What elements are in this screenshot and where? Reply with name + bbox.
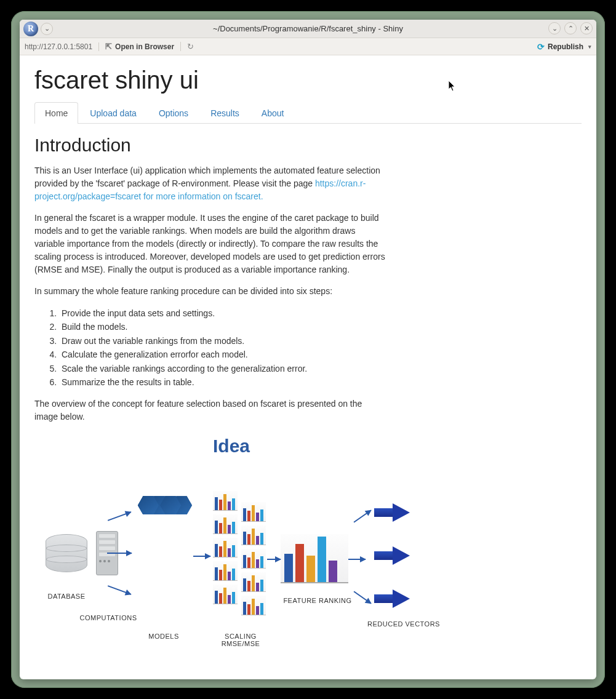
label-reduced-vectors: REDUCED VECTORS [354,620,453,628]
database-icon [46,534,87,572]
arrow-icon [348,559,366,560]
sync-icon: ⟳ [537,42,545,52]
tab-results[interactable]: Results [200,102,250,124]
tab-upload-data[interactable]: Upload data [79,102,147,124]
scaling-charts-col2-icon [241,502,266,619]
arrow-icon [354,510,372,523]
app-window: R ⌄ ~/Documents/Programowanie/R/fscaret_… [20,20,596,679]
arrow-icon [267,559,281,560]
minimize-button[interactable]: ⌄ [548,22,561,34]
list-item: Provide the input data sets and settings… [59,306,582,320]
intro-p2: In general the fscaret is a wrapper modu… [34,212,385,276]
open-in-browser-label: Open in Browser [115,42,174,51]
label-models: MODELS [139,633,188,640]
window-title: ~/Documents/Programowanie/R/fscaret_shin… [20,24,596,33]
popout-icon: ⇱ [105,42,112,51]
models-icon [132,496,199,617]
republish-button[interactable]: ⟳ Republish ▾ [537,42,591,52]
tab-bar: Home Upload data Options Results About [34,102,582,124]
label-computations: COMPUTATIONS [78,614,139,621]
maximize-button[interactable]: ⌃ [564,22,577,34]
list-item: Calculate the generalization errorfor ea… [59,348,582,361]
arrow-icon [193,556,210,557]
chevron-down-icon: ⌄ [44,25,50,33]
toolbar: http://127.0.0.1:5801 ⇱ Open in Browser … [20,38,596,55]
caret-down-icon: ▾ [588,44,591,50]
tab-home[interactable]: Home [34,102,78,124]
close-button[interactable]: ✕ [580,22,593,34]
arrow-icon [108,586,131,596]
intro-p4: The overview of the concept for feature … [34,397,385,423]
intro-p3: In summary the whole feature ranking pro… [34,285,385,298]
list-item: Scale the variable rankings according to… [59,362,582,375]
scaling-charts-col1-icon [213,491,238,608]
r-logo-icon: R [23,22,38,36]
chevron-down-icon: ⌄ [552,25,558,33]
feature-ranking-icon [281,534,348,583]
label-database: DATABASE [46,593,87,600]
open-in-browser-button[interactable]: ⇱ Open in Browser [105,42,181,51]
tab-about[interactable]: About [251,102,295,124]
intro-heading: Introduction [34,135,582,156]
label-feature-ranking: FEATURE RANKING [281,597,354,604]
dropdown-button[interactable]: ⌄ [41,23,53,35]
tab-options[interactable]: Options [148,102,199,124]
intro-body: This is an User Interface (ui) applicati… [34,164,582,669]
reload-button[interactable]: ↻ [187,42,194,51]
content-area: fscaret shiny ui Home Upload data Option… [20,55,596,679]
page-title: fscaret shiny ui [34,66,582,94]
close-icon: ✕ [584,25,590,33]
title-bar: R ⌄ ~/Documents/Programowanie/R/fscaret_… [20,20,596,38]
list-item: Build the models. [59,320,582,334]
list-item: Draw out the variable rankings from the … [59,334,582,348]
arrow-icon [108,512,131,522]
chevron-up-icon: ⌃ [568,25,574,33]
diagram-title: Idea [34,436,428,457]
republish-label: Republish [548,42,583,51]
arrow-icon [374,503,412,522]
concept-diagram: Idea DATABASE COMPUTATIONS [34,436,428,669]
arrow-icon [107,553,132,554]
list-item: Summarize the the results in table. [59,375,582,389]
label-scaling: SCALING RMSE/MSE [210,633,271,647]
arrow-icon [354,591,372,604]
address-url: http://127.0.0.1:5801 [25,42,99,51]
steps-list: Provide the input data sets and settings… [59,306,582,389]
arrow-icon [374,589,412,608]
arrow-icon [374,546,412,565]
